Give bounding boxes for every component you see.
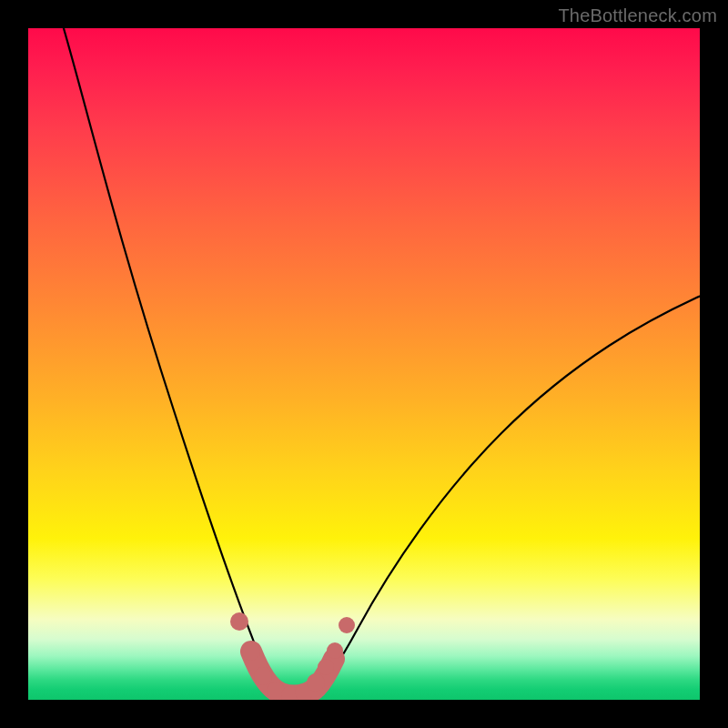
svg-point-8 <box>327 642 343 659</box>
trough-markers <box>230 612 355 700</box>
svg-point-6 <box>307 673 325 692</box>
svg-point-7 <box>318 659 334 675</box>
svg-point-2 <box>254 667 272 685</box>
svg-point-9 <box>339 617 355 633</box>
svg-point-0 <box>230 612 248 631</box>
left-curve <box>61 28 282 695</box>
watermark-label: TheBottleneck.com <box>558 5 717 26</box>
curve-layer <box>28 28 700 700</box>
right-curve <box>312 292 700 695</box>
chart-frame: TheBottleneck.com <box>0 0 728 728</box>
svg-point-1 <box>242 642 260 661</box>
plot-area <box>28 28 700 700</box>
